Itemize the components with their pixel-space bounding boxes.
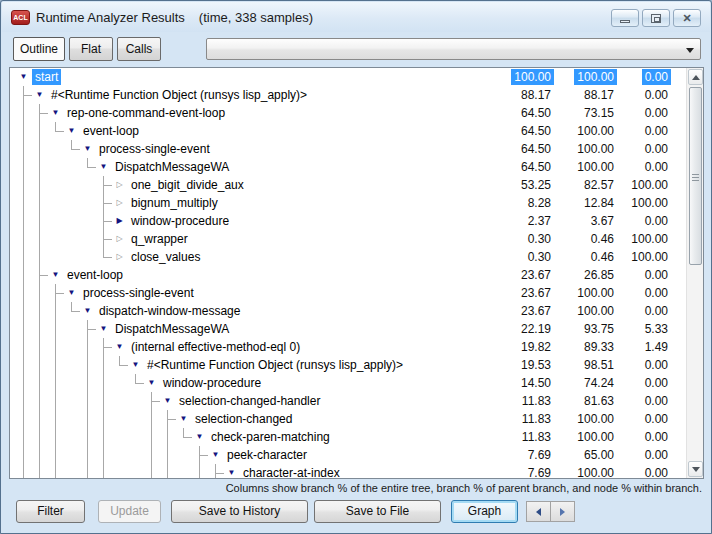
tree-node-label[interactable]: DispatchMessageWA — [112, 321, 232, 337]
tree-row[interactable]: ▼process-single-event23.67100.000.00 — [10, 284, 686, 302]
tree-row[interactable]: ▼selection-changed11.83100.000.00 — [10, 410, 686, 428]
tree-node-label[interactable]: close_values — [128, 249, 203, 265]
tree-row[interactable]: ▼window-procedure14.5074.240.00 — [10, 374, 686, 392]
tree-row[interactable]: ▼selection-changed-handler11.8381.630.00 — [10, 392, 686, 410]
collapse-icon[interactable]: ▼ — [145, 374, 158, 392]
tree-value-col2: 98.51 — [557, 356, 617, 374]
collapse-icon[interactable]: ▼ — [209, 446, 222, 464]
tree-node-label[interactable]: process-single-event — [96, 141, 213, 157]
tree-node-label[interactable]: #<Runtime Function Object (runsys lisp_a… — [144, 357, 406, 373]
tree-row[interactable]: ▷close_values0.300.46100.00 — [10, 248, 686, 266]
tree-row[interactable]: ▼DispatchMessageWA64.50100.000.00 — [10, 158, 686, 176]
close-button[interactable]: ✕ — [673, 9, 701, 27]
filter-button[interactable]: Filter — [16, 500, 85, 523]
tree-node-label[interactable]: DispatchMessageWA — [112, 159, 232, 175]
history-combobox[interactable] — [206, 38, 701, 60]
collapse-icon[interactable]: ▼ — [97, 158, 110, 176]
tree-node-label[interactable]: selection-changed-handler — [176, 393, 323, 409]
collapse-icon[interactable]: ▼ — [193, 428, 206, 446]
tree-row[interactable]: ▶window-procedure2.373.670.00 — [10, 212, 686, 230]
tree-node-label[interactable]: start — [32, 69, 61, 85]
tree-node-label[interactable]: one_bigit_divide_aux — [128, 177, 247, 193]
tree-row[interactable]: ▼peek-character7.6965.000.00 — [10, 446, 686, 464]
tree-node-label[interactable]: check-paren-matching — [208, 429, 333, 445]
tree-value-col1: 19.53 — [494, 356, 554, 374]
tree-guide-line — [55, 410, 56, 428]
update-button: Update — [98, 500, 161, 523]
collapse-icon[interactable]: ▼ — [177, 410, 190, 428]
collapse-icon[interactable]: ▼ — [161, 392, 174, 410]
collapse-icon[interactable]: ▼ — [49, 104, 62, 122]
collapse-icon[interactable]: ▼ — [225, 464, 238, 478]
collapse-icon[interactable]: ▼ — [65, 122, 78, 140]
collapse-icon[interactable]: ▼ — [81, 140, 94, 158]
tree-row[interactable]: ▼character-at-index7.69100.000.00 — [10, 464, 686, 478]
tree-node-label[interactable]: selection-changed — [192, 411, 295, 427]
collapse-icon[interactable]: ▼ — [129, 356, 142, 374]
tree-row[interactable]: ▷q_wrapper0.300.46100.00 — [10, 230, 686, 248]
tree-row[interactable]: ▼#<Runtime Function Object (runsys lisp_… — [10, 356, 686, 374]
tree-node-label[interactable]: process-single-event — [80, 285, 197, 301]
tree-row[interactable]: ▼(internal effective-method-eql 0)19.828… — [10, 338, 686, 356]
history-next-button[interactable] — [550, 501, 575, 522]
tree-guide-line — [87, 338, 88, 356]
expand-icon[interactable]: ▶ — [113, 212, 126, 230]
graph-button[interactable]: Graph — [451, 500, 518, 523]
tree-guide-line — [23, 248, 24, 266]
tree-node-label[interactable]: window-procedure — [160, 375, 264, 391]
scroll-down-button[interactable] — [688, 461, 703, 477]
tree-guide-line — [87, 446, 88, 464]
window-title-main: Runtime Analyzer Results — [36, 10, 185, 25]
collapse-icon[interactable]: ▼ — [113, 338, 126, 356]
tree-row[interactable]: ▷bignum_multiply8.2812.84100.00 — [10, 194, 686, 212]
scrollbar-thumb[interactable] — [689, 87, 702, 265]
collapse-icon[interactable]: ▼ — [33, 86, 46, 104]
save-to-file-button[interactable]: Save to File — [314, 500, 441, 523]
tree-row[interactable]: ▼dispatch-window-message23.67100.000.00 — [10, 302, 686, 320]
tree-row[interactable]: ▷one_bigit_divide_aux53.2582.57100.00 — [10, 176, 686, 194]
tree-row[interactable]: ▼DispatchMessageWA22.1993.755.33 — [10, 320, 686, 338]
tree-node-label[interactable]: event-loop — [80, 123, 142, 139]
collapse-icon[interactable]: ▼ — [17, 68, 30, 86]
maximize-button[interactable] — [642, 9, 670, 27]
scroll-up-icon — [692, 75, 700, 80]
history-prev-button[interactable] — [526, 501, 551, 522]
save-to-history-button[interactable]: Save to History — [171, 500, 308, 523]
tree-node-label[interactable]: window-procedure — [128, 213, 232, 229]
tree-row[interactable]: ▼event-loop23.6726.850.00 — [10, 266, 686, 284]
tab-outline[interactable]: Outline — [13, 37, 65, 61]
tree-node-label[interactable]: character-at-index — [240, 465, 343, 478]
minimize-button[interactable] — [611, 9, 639, 27]
tree-row[interactable]: ▼check-paren-matching11.83100.000.00 — [10, 428, 686, 446]
collapse-icon[interactable]: ▼ — [49, 266, 62, 284]
tree-node-label[interactable]: q_wrapper — [128, 231, 191, 247]
tree-connector — [120, 365, 128, 366]
tree-row[interactable]: ▼event-loop64.50100.000.00 — [10, 122, 686, 140]
vertical-scrollbar[interactable] — [686, 68, 703, 478]
scroll-down-icon — [692, 467, 700, 472]
collapse-icon[interactable]: ▼ — [65, 284, 78, 302]
tree-node-label[interactable]: bignum_multiply — [128, 195, 221, 211]
tree-guide-line — [103, 446, 104, 464]
tree-value-col1: 64.50 — [494, 104, 554, 122]
tree-row[interactable]: ▼#<Runtime Function Object (runsys lisp_… — [10, 86, 686, 104]
tree-node-label[interactable]: event-loop — [64, 267, 126, 283]
tree-guide-line — [103, 428, 104, 446]
tree-node-label[interactable]: peek-character — [224, 447, 310, 463]
tree-row[interactable]: ▼process-single-event64.50100.000.00 — [10, 140, 686, 158]
collapse-icon[interactable]: ▼ — [97, 320, 110, 338]
tab-calls[interactable]: Calls — [117, 37, 161, 61]
tree-guide-line — [167, 428, 168, 446]
tree-value-col1: 14.50 — [494, 374, 554, 392]
tree-node-label[interactable]: dispatch-window-message — [96, 303, 243, 319]
collapse-icon[interactable]: ▼ — [81, 302, 94, 320]
tree-node-label[interactable]: rep-one-command-event-loop — [64, 105, 228, 121]
tree-guide-line — [23, 122, 24, 140]
tree-row[interactable]: ▼rep-one-command-event-loop64.5073.150.0… — [10, 104, 686, 122]
tree-value-col3: 0.00 — [611, 446, 671, 464]
tree-row[interactable]: ▼start100.00100.000.00 — [10, 68, 686, 86]
tree-node-label[interactable]: (internal effective-method-eql 0) — [128, 339, 303, 355]
tree-node-label[interactable]: #<Runtime Function Object (runsys lisp_a… — [48, 87, 310, 103]
scroll-up-button[interactable] — [688, 69, 703, 85]
tab-flat[interactable]: Flat — [69, 37, 113, 61]
